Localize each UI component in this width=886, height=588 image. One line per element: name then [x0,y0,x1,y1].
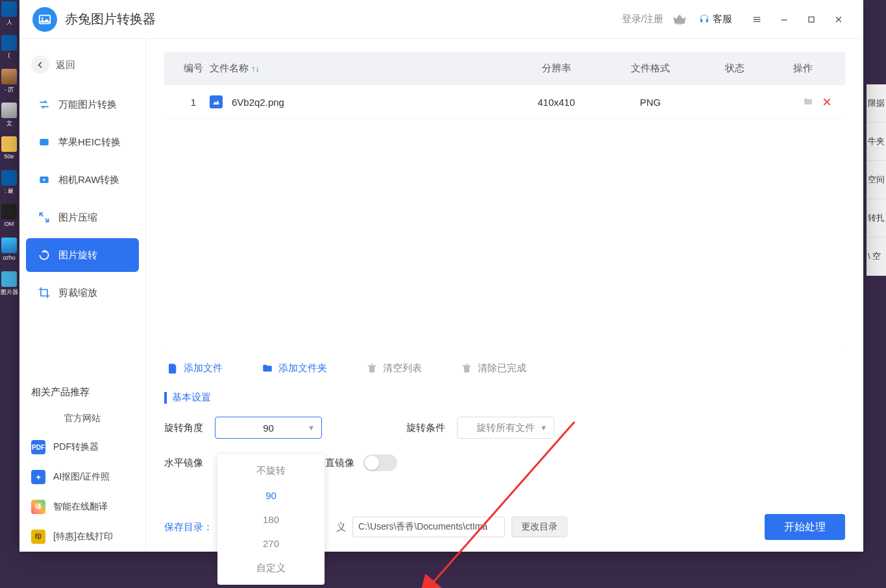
start-process-button[interactable]: 开始处理 [765,514,845,540]
desktop-right-partial: 限据 牛夹 空间 转扎 \ 空 [867,84,886,276]
rotate-angle-dropdown: 不旋转 90 180 270 自定义 [217,454,325,585]
chevron-down-icon: ▼ [540,424,547,432]
chevron-down-icon: ▼ [308,424,315,432]
add-folder-button[interactable]: 添加文件夹 [262,362,327,374]
annotation-arrow [419,415,587,588]
svg-point-6 [43,178,45,180]
rotate-angle-label: 旋转角度 [164,422,215,434]
dropdown-option-270[interactable]: 270 [217,532,325,556]
sidebar-item-crop[interactable]: 剪裁缩放 [26,276,139,310]
svg-text:VIP: VIP [676,21,683,25]
related-pdf-converter[interactable]: PDF PDF转换器 [19,432,145,462]
desktop-icon[interactable]: ozho [0,238,18,270]
title-bar: 赤兔图片转换器 登录/注册 VIP 客服 [19,0,863,39]
file-table: 编号 文件名称 ↑↓ 分辨率 文件格式 状态 操作 1 6Vb [164,52,845,350]
related-ai-cutout[interactable]: ✦ AI抠图/证件照 [19,462,145,492]
desktop-icon[interactable]: : 最 [0,170,18,202]
sidebar: 返回 万能图片转换 苹果HEIC转换 相机RAW转换 图片压缩 图片旋转 [19,39,146,552]
sidebar-item-universal-convert[interactable]: 万能图片转换 [26,88,139,121]
sidebar-item-label: 苹果HEIC转换 [58,136,121,149]
app-window: 赤兔图片转换器 登录/注册 VIP 客服 返回 万能图片转换 [19,0,863,552]
delete-icon[interactable] [822,97,832,107]
sidebar-item-heic-convert[interactable]: 苹果HEIC转换 [26,125,139,159]
related-translate[interactable]: 译 智能在线翻译 [19,492,145,522]
desktop-icon[interactable]: 人 [0,1,18,34]
row-filename: 6Vb2q2.png [210,95,508,108]
app-logo [32,7,57,32]
app-title: 赤兔图片转换器 [65,10,622,28]
image-icon [38,12,52,27]
h-mirror-label: 水平镜像 [164,457,215,469]
desktop-icon[interactable]: 文 [0,103,18,135]
trash-icon [366,363,378,374]
sort-icon: ↑↓ [251,64,260,73]
table-row: 1 6Vb2q2.png 410x410 PNG [164,85,845,119]
main-content: 编号 文件名称 ↑↓ 分辨率 文件格式 状态 操作 1 6Vb [146,39,863,552]
table-header: 编号 文件名称 ↑↓ 分辨率 文件格式 状态 操作 [164,52,845,85]
back-button[interactable]: 返回 [19,51,145,86]
compress-icon [38,211,51,224]
sidebar-item-raw-convert[interactable]: 相机RAW转换 [26,163,139,197]
rotate-condition-select[interactable]: 旋转所有文件 ▼ [457,417,554,439]
svg-point-1 [42,17,43,19]
sidebar-item-label: 图片压缩 [58,212,97,224]
folder-add-icon [262,363,273,374]
svg-rect-3 [809,17,814,22]
dropdown-option-90[interactable]: 90 [217,484,325,508]
row-actions [774,97,832,107]
row-resolution: 410x410 [508,97,605,108]
rotate-angle-select[interactable]: 90 ▼ [215,417,322,439]
rotate-angle-row: 旋转角度 90 ▼ 旋转条件 旋转所有文件 ▼ [164,417,845,439]
convert-icon [38,98,51,111]
login-register-link[interactable]: 登录/注册 [622,13,663,25]
sidebar-item-label: 相机RAW转换 [58,174,119,186]
rotate-icon [38,249,51,262]
col-header-action: 操作 [774,62,832,75]
v-mirror-toggle[interactable] [363,454,397,471]
col-header-format: 文件格式 [605,62,696,75]
col-header-filename[interactable]: 文件名称 ↑↓ [210,62,508,75]
desktop-icons-left: 人 ( - 厉 文 50e : 最 OM ozho 图片器 [0,0,19,588]
pdf-icon: PDF [31,440,45,454]
rotate-condition-label: 旋转条件 [406,422,445,434]
crop-icon [38,286,51,299]
col-header-resolution: 分辨率 [508,62,605,75]
open-folder-icon[interactable] [802,97,814,107]
vip-icon[interactable]: VIP [671,11,688,28]
maximize-button[interactable] [800,8,823,31]
official-site-link[interactable]: 官方网站 [19,405,145,432]
minimize-button[interactable] [772,8,796,31]
chevron-left-icon [31,56,49,74]
sidebar-item-rotate[interactable]: 图片旋转 [26,238,139,272]
trash-check-icon [461,363,473,374]
related-products-title: 相关产品推荐 [19,380,145,405]
dropdown-option-custom[interactable]: 自定义 [217,556,325,581]
action-toolbar: 添加文件 添加文件夹 清空列表 清除已完成 [164,350,845,386]
desktop-icon[interactable]: ( [0,35,18,67]
desktop-icon[interactable]: OM [0,204,18,236]
clear-list-button[interactable]: 清空列表 [366,362,422,374]
related-print[interactable]: 印 [特惠]在线打印 [19,522,145,552]
sidebar-item-compress[interactable]: 图片压缩 [26,201,139,234]
svg-line-7 [432,422,574,584]
col-header-number: 编号 [177,62,210,75]
add-file-button[interactable]: 添加文件 [167,362,223,374]
translate-icon: 译 [31,500,45,514]
desktop-icon[interactable]: 图片器 [0,271,18,304]
change-dir-button[interactable]: 更改目录 [511,517,567,537]
raw-icon [38,173,51,186]
save-path-input[interactable] [352,517,505,537]
save-dir-label: 保存目录： [164,521,213,533]
customer-service-button[interactable]: 客服 [698,13,732,25]
file-thumbnail-icon [210,95,223,108]
file-add-icon [167,363,178,374]
dropdown-option-no-rotate[interactable]: 不旋转 [217,458,325,484]
clear-completed-button[interactable]: 清除已完成 [461,362,526,374]
ai-icon: ✦ [31,470,45,484]
menu-button[interactable] [745,8,769,31]
dropdown-option-180[interactable]: 180 [217,508,325,532]
close-button[interactable] [827,8,850,31]
desktop-icon[interactable]: 50e [0,136,18,169]
print-icon: 印 [31,530,45,544]
desktop-icon[interactable]: - 厉 [0,69,18,101]
